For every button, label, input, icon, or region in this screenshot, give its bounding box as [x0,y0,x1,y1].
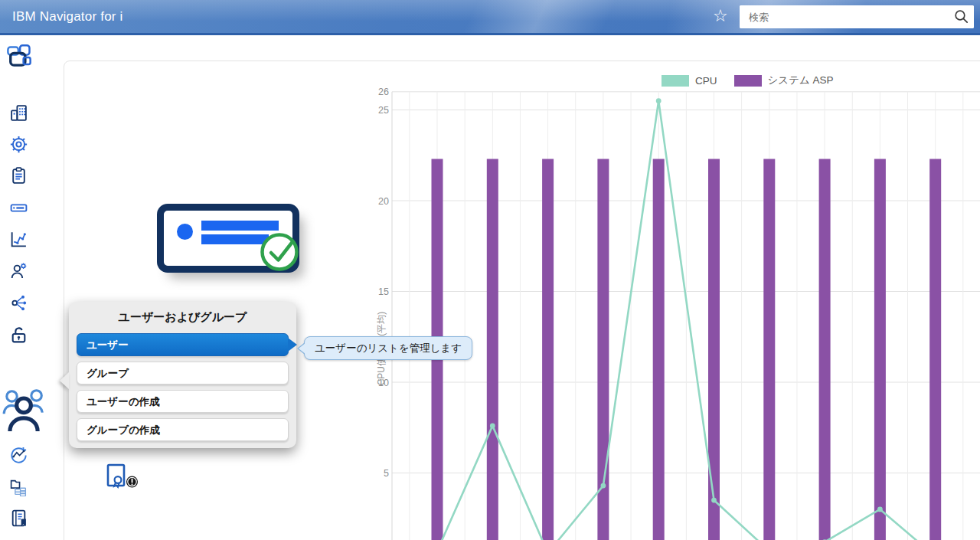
record-dot [177,224,193,240]
flyout-title: ユーザーおよびグループ [69,302,296,328]
legend-label-cpu: CPU [695,75,717,87]
chart-legend: CPU システム ASP [662,74,844,87]
sidebar-item-file-systems[interactable] [9,477,28,499]
users-groups-flyout-menu: ユーザーおよびグループ ユーザー グループ ユーザーの作成 グループの作成 [69,302,296,448]
magnifier-icon[interactable] [953,8,970,25]
journal-icon [9,509,28,528]
clipboard-icon [9,166,28,185]
sidebar-item-tasks[interactable] [9,166,28,188]
search-box [740,5,974,28]
svg-text:5: 5 [384,468,389,479]
server-icon [9,198,28,218]
search-input[interactable] [740,5,974,28]
network-share-icon [9,293,28,313]
svg-text:20: 20 [378,196,389,207]
gear-icon [9,135,28,154]
svg-text:15: 15 [378,286,389,297]
sidebar-item-security[interactable] [9,326,28,348]
star-icon[interactable]: ☆ [713,6,728,26]
sync-chart-icon [9,446,28,465]
sidebar-item-settings[interactable] [9,135,28,157]
checkmark-circle-icon [259,231,303,275]
user-gear-icon [9,261,28,280]
cpu-chart-svg: 51015202526CPU使用率 (平均) [374,65,980,540]
app-header: IBM Navigator for i ☆ [0,0,980,35]
users-tooltip: ユーザーのリストを管理します [304,336,472,360]
svg-text:26: 26 [378,87,389,97]
building-icon [9,103,28,123]
lock-icon [9,326,28,345]
menu-item-users[interactable]: ユーザー [77,333,289,356]
sidebar-item-users-groups[interactable] [2,386,44,435]
certificate-alert-icon [106,463,139,493]
sidebar-item-performance[interactable] [9,230,28,252]
menu-item-create-group[interactable]: グループの作成 [77,418,289,441]
record-line-1 [201,221,279,231]
sidebar-item-monitors[interactable] [9,446,28,468]
legend-swatch-cpu [662,75,689,87]
line-chart-icon [9,230,28,249]
folder-tree-icon [9,477,28,496]
legend-label-system-asp: システム ASP [768,74,834,87]
sidebar-item-user-services[interactable] [9,261,28,283]
legend-swatch-system-asp [734,75,762,87]
sidebar-item-server[interactable] [9,198,28,221]
users-groups-icon [2,386,44,432]
sidebar-item-system[interactable] [9,103,28,126]
sidebar-item-journal[interactable] [9,509,28,531]
svg-text:25: 25 [378,105,389,116]
menu-item-groups[interactable]: グループ [77,362,289,385]
sidebar-item-navigator-home[interactable] [5,44,33,74]
sidebar [0,35,60,540]
sidebar-item-network[interactable] [9,293,28,316]
menu-item-create-user[interactable]: ユーザーの作成 [77,390,289,413]
navigator-blocks-icon [5,44,33,71]
ibm-navigator-app: IBM Navigator for i ☆ [0,0,980,540]
app-title: IBM Navigator for i [12,9,123,25]
